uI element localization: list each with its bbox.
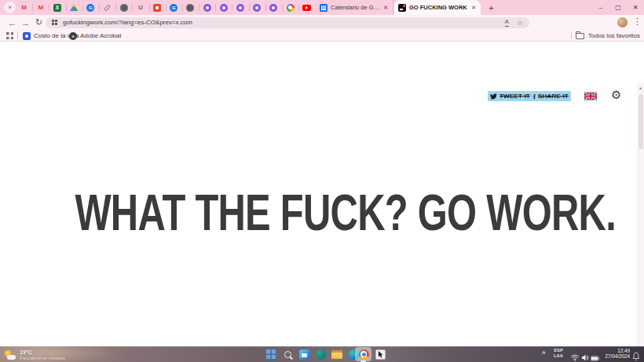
tab-title: Calendario de Google - Configu <box>331 4 379 11</box>
volume-icon[interactable] <box>581 350 589 362</box>
tray-chevron-icon[interactable]: ^ <box>542 350 546 357</box>
taskbar-teal-app-button[interactable] <box>315 349 326 360</box>
page-heading: WHAT THE FUCK? GO WORK. <box>75 185 562 240</box>
pinned-tab-purple-2[interactable] <box>215 0 232 15</box>
window-controls: – ▢ ✕ <box>592 0 644 15</box>
start-button[interactable] <box>265 349 276 360</box>
g-circle-icon: G <box>170 4 177 12</box>
pinned-tab-purple-5[interactable] <box>265 0 282 15</box>
pinned-tab-red[interactable] <box>149 0 166 15</box>
purple-site-icon <box>269 4 277 12</box>
scroll-up-icon[interactable]: ▲ <box>637 86 644 90</box>
browser-toolbar: ← → ↻ gofuckingwork.com/?lang=es-CO&prev… <box>0 15 644 30</box>
tray-time: 12:49 <box>598 348 630 353</box>
bookmarks-separator <box>571 32 572 39</box>
pinned-tab-excel[interactable]: X <box>49 0 65 15</box>
lang-line2: LAA <box>554 353 563 359</box>
profile-avatar[interactable] <box>617 17 628 27</box>
page-scrollbar[interactable]: ▲ ▼ <box>637 83 644 362</box>
file-explorer-button[interactable] <box>331 349 342 360</box>
store-icon <box>299 349 309 360</box>
page-content: TWEET IT f SHARE IT ⚙ WHAT THE FUCK? GO … <box>0 42 644 346</box>
scrollbar-thumb[interactable] <box>639 94 643 149</box>
pinned-tab-drive[interactable] <box>66 0 82 15</box>
minimize-button[interactable]: – <box>592 0 609 15</box>
pinned-tab-gmail[interactable]: M <box>16 0 32 15</box>
url-text: gofuckingwork.com/?lang=es-CO&prev=x.com <box>63 19 192 26</box>
pinned-tabs: M M X G U G <box>16 0 315 15</box>
back-button[interactable]: ← <box>5 16 19 29</box>
red-square-icon <box>153 4 161 12</box>
wifi-icon[interactable] <box>570 350 580 362</box>
tab-go-fucking-work[interactable]: GO FUCKING WORK ✕ <box>394 0 481 15</box>
weather-widget[interactable]: 19°C Parcialmente nublado <box>4 348 65 362</box>
browser-menu-icon[interactable]: ⋮ <box>633 16 642 27</box>
tab-close-icon[interactable]: ✕ <box>382 5 389 11</box>
pinned-tab-youtube[interactable] <box>298 0 315 15</box>
facebook-icon: f <box>533 93 536 101</box>
weather-text: 19°C Parcialmente nublado <box>20 349 65 361</box>
tab-title: GO FUCKING WORK <box>409 4 467 11</box>
tweet-it-label: TWEET IT <box>499 93 530 100</box>
pinned-tab-u[interactable]: U <box>132 0 148 15</box>
pinned-tab-globe[interactable] <box>115 0 132 15</box>
mouse-cursor-icon <box>375 349 386 360</box>
settings-gear-icon[interactable]: ⚙ <box>611 89 621 101</box>
bookmark-adobe-acrobat[interactable]: a Adobe Acrobat <box>69 30 121 42</box>
acrobat-favicon: a <box>69 32 77 40</box>
language-flag-icon[interactable] <box>584 92 597 101</box>
lang-line1: ESP <box>554 348 563 353</box>
tab-search-button[interactable]: ˅ <box>4 2 16 13</box>
notifications-bell-icon[interactable] <box>632 349 640 362</box>
paperclip-icon <box>104 4 111 11</box>
gmail-icon: M <box>21 5 27 11</box>
pinned-tab-globe-2[interactable] <box>182 0 199 15</box>
pinned-tab-g-blue-2[interactable]: G <box>166 0 182 15</box>
pinned-tab-google[interactable] <box>282 0 298 15</box>
taskbar-search-button[interactable] <box>282 349 293 360</box>
bookmarks-separator <box>17 32 18 39</box>
weather-sun-cloud-icon <box>4 349 16 360</box>
keyboard-language-button[interactable]: ESP LAA <box>554 348 563 359</box>
tab-google-calendar[interactable]: 31 Calendario de Google - Configu ✕ <box>316 0 393 15</box>
teal-app-icon <box>316 349 326 360</box>
bookmark-star-icon[interactable]: ☆ <box>517 19 523 27</box>
u-site-icon: U <box>138 5 143 11</box>
reload-button[interactable]: ↻ <box>32 16 46 29</box>
purple-site-icon <box>203 4 211 12</box>
apps-grid-icon[interactable] <box>6 32 13 39</box>
active-app-indicator <box>360 360 366 362</box>
site-info-icon[interactable] <box>52 20 57 25</box>
forward-button[interactable]: → <box>19 16 32 29</box>
clock-widget[interactable]: 12:49 27/04/2024 <box>598 348 630 359</box>
google-calendar-icon: 31 <box>320 4 327 12</box>
chrome-button[interactable] <box>358 349 369 360</box>
globe-icon <box>186 4 194 12</box>
search-icon <box>284 351 291 358</box>
share-it-label: SHARE IT <box>538 93 569 100</box>
pinned-tab-g-blue[interactable]: G <box>82 0 99 15</box>
pinned-tab-gmail-2[interactable]: M <box>32 0 49 15</box>
weather-condition: Parcialmente nublado <box>20 356 65 361</box>
pinned-tab-clip[interactable] <box>99 0 115 15</box>
pinned-tab-purple-4[interactable] <box>249 0 265 15</box>
close-window-button[interactable]: ✕ <box>627 0 644 15</box>
tray-date: 27/04/2024 <box>598 353 630 359</box>
weather-temp: 19°C <box>20 349 65 356</box>
windows-logo-icon <box>266 349 276 359</box>
address-bar[interactable]: gofuckingwork.com/?lang=es-CO&prev=x.com… <box>46 17 529 28</box>
taskbar-store-button[interactable] <box>298 349 309 360</box>
maximize-button[interactable]: ▢ <box>609 0 627 15</box>
tab-strip: ˅ M M X G U G 31 Calendario de Google - … <box>0 0 644 15</box>
pinned-tab-purple-1[interactable] <box>199 0 215 15</box>
tab-close-icon[interactable]: ✕ <box>470 5 477 11</box>
tweet-it-button[interactable]: TWEET IT <box>488 91 532 101</box>
share-it-button[interactable]: f SHARE IT <box>531 91 571 101</box>
gfw-favicon <box>398 4 406 12</box>
all-bookmarks-button[interactable]: Todos los favoritos <box>571 30 640 42</box>
bookmark-label: Adobe Acrobat <box>80 32 121 39</box>
translate-icon[interactable]: A <box>505 19 509 27</box>
new-tab-button[interactable]: + <box>485 2 497 13</box>
pinned-tab-purple-3[interactable] <box>232 0 248 15</box>
all-bookmarks-label: Todos los favoritos <box>588 32 640 39</box>
